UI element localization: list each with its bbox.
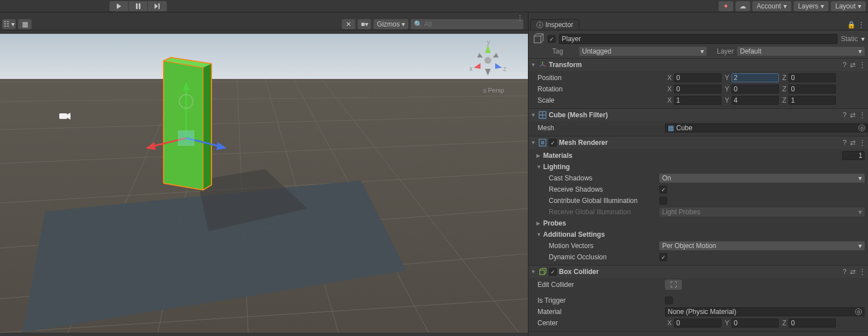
- scale-x[interactable]: [674, 96, 721, 105]
- recvshadows-checkbox[interactable]: ✓: [659, 185, 667, 193]
- svg-line-49: [543, 65, 546, 67]
- axis-z-label: z: [503, 65, 506, 73]
- mesh-field[interactable]: ▦ Cube ⊙: [665, 123, 868, 132]
- gameobject-name-input[interactable]: [559, 34, 838, 44]
- contribute-gi-checkbox[interactable]: [659, 197, 667, 205]
- scene-canvas[interactable]: y x z Persp: [0, 30, 528, 336]
- transform-title: Transform: [549, 61, 582, 69]
- motionvectors-dropdown[interactable]: Per Object Motion▾: [659, 241, 865, 250]
- scene-axis-gizmo[interactable]: y x z: [468, 41, 508, 80]
- transform-icon: [539, 61, 547, 69]
- rotation-x[interactable]: [674, 85, 721, 94]
- meshrenderer-enabled-checkbox[interactable]: ✓: [549, 139, 557, 147]
- physmat-field[interactable]: None (Physic Material) ⊙: [665, 307, 865, 316]
- fold-icon[interactable]: ▼: [531, 62, 536, 68]
- collab-icon[interactable]: ✦: [719, 1, 733, 11]
- scene-search[interactable]: 🔍: [411, 19, 523, 29]
- dynocc-checkbox[interactable]: ✓: [659, 253, 667, 261]
- istrigger-label: Is Trigger: [536, 297, 665, 304]
- rotation-z[interactable]: [788, 85, 836, 94]
- fold-icon[interactable]: ▶: [536, 153, 542, 158]
- fold-icon[interactable]: ▼: [536, 232, 542, 237]
- perspective-label[interactable]: Persp: [483, 87, 504, 94]
- static-dropdown[interactable]: ▾: [861, 35, 865, 43]
- meshfilter-title: Cube (Mesh Filter): [549, 111, 608, 119]
- inspector-tab[interactable]: i Inspector: [530, 19, 579, 30]
- fold-icon[interactable]: ▼: [536, 164, 542, 170]
- info-icon: i: [536, 21, 543, 28]
- receive-gi-label: Receive Global Illumination: [536, 208, 659, 216]
- layer-value: Default: [740, 47, 761, 55]
- gizmos-dropdown[interactable]: Gizmos▾: [373, 19, 408, 29]
- center-z[interactable]: [788, 319, 836, 328]
- tools-button[interactable]: ✕: [342, 19, 355, 29]
- layout-dropdown[interactable]: Layout▾: [831, 1, 866, 11]
- tag-dropdown[interactable]: Untagged▾: [579, 47, 707, 56]
- svg-marker-0: [117, 3, 121, 9]
- menu-icon[interactable]: ⋮: [859, 139, 866, 147]
- position-z[interactable]: [788, 73, 836, 82]
- static-label: Static: [841, 35, 858, 43]
- fold-icon[interactable]: ▶: [536, 220, 542, 226]
- castshadows-label: Cast Shadows: [536, 174, 659, 182]
- layers-label: Layers: [798, 2, 818, 10]
- physmat-label: Material: [536, 308, 665, 316]
- help-icon[interactable]: ?: [843, 61, 847, 69]
- layer-dropdown[interactable]: Default▾: [737, 47, 865, 56]
- shading-mode-button[interactable]: ☷ ▾: [2, 19, 16, 29]
- fold-icon[interactable]: ▼: [531, 269, 536, 275]
- camera-icon: [58, 111, 72, 121]
- position-y[interactable]: [732, 73, 779, 82]
- preset-icon[interactable]: ⇄: [850, 268, 856, 276]
- editcollider-button[interactable]: ⛶: [665, 280, 682, 290]
- object-picker-icon[interactable]: ⊙: [855, 308, 862, 315]
- account-dropdown[interactable]: Account▾: [752, 1, 791, 11]
- play-button[interactable]: [109, 1, 129, 11]
- menu-icon[interactable]: ⋮: [859, 268, 866, 276]
- fold-icon[interactable]: ▼: [531, 112, 536, 118]
- panel-menu-icon[interactable]: ⋮: [858, 21, 865, 29]
- position-label: Position: [536, 74, 665, 82]
- player-cube[interactable]: [164, 58, 212, 190]
- motionvectors-label: Motion Vectors: [536, 242, 659, 250]
- castshadows-dropdown[interactable]: On▾: [659, 174, 865, 183]
- scale-y[interactable]: [732, 96, 779, 105]
- istrigger-checkbox[interactable]: [665, 297, 673, 304]
- camera-button[interactable]: ■▾: [358, 19, 371, 29]
- axis-y-label: y: [487, 41, 490, 46]
- boxcollider-component: ▼ ✓ Box Collider ? ⇄ ⋮ Edit Collider ⛶ I…: [528, 266, 868, 331]
- menu-icon[interactable]: ⋮: [859, 61, 866, 69]
- object-picker-icon[interactable]: ⊙: [858, 125, 865, 131]
- svg-marker-41: [493, 53, 499, 58]
- svg-rect-5: [0, 34, 528, 79]
- rotation-y[interactable]: [732, 85, 779, 94]
- pause-button[interactable]: [129, 1, 148, 11]
- dynocc-label: Dynamic Occlusion: [536, 253, 659, 261]
- help-icon[interactable]: ?: [843, 111, 847, 119]
- fold-icon[interactable]: ▼: [531, 140, 536, 145]
- layers-dropdown[interactable]: Layers▾: [794, 1, 829, 11]
- help-icon[interactable]: ?: [843, 139, 847, 147]
- scale-z[interactable]: [788, 96, 836, 105]
- gameobject-active-checkbox[interactable]: ✓: [548, 35, 556, 43]
- boxcollider-enabled-checkbox[interactable]: ✓: [549, 268, 557, 276]
- 2d-button[interactable]: ▦: [18, 19, 32, 29]
- svg-marker-38: [474, 63, 481, 69]
- menu-icon[interactable]: ⋮: [859, 111, 866, 119]
- help-icon[interactable]: ?: [843, 268, 847, 276]
- panel-menu-icon[interactable]: ⋮: [517, 14, 523, 22]
- preset-icon[interactable]: ⇄: [850, 111, 856, 119]
- center-x[interactable]: [674, 319, 721, 328]
- preset-icon[interactable]: ⇄: [850, 139, 856, 147]
- center-y[interactable]: [732, 319, 779, 328]
- position-x[interactable]: [674, 73, 721, 82]
- cloud-icon[interactable]: ☁: [735, 1, 750, 11]
- materials-count[interactable]: [842, 151, 865, 160]
- recvshadows-label: Receive Shadows: [536, 185, 659, 193]
- scene-search-input[interactable]: [424, 20, 520, 28]
- lock-icon[interactable]: 🔒: [847, 21, 856, 29]
- step-button[interactable]: [148, 1, 167, 11]
- top-toolbar: ✦ ☁ Account▾ Layers▾ Layout▾: [0, 0, 868, 12]
- preset-icon[interactable]: ⇄: [850, 61, 856, 69]
- gameobject-header: ✓ Static ▾ Tag Untagged▾ Layer Default▾: [528, 30, 868, 59]
